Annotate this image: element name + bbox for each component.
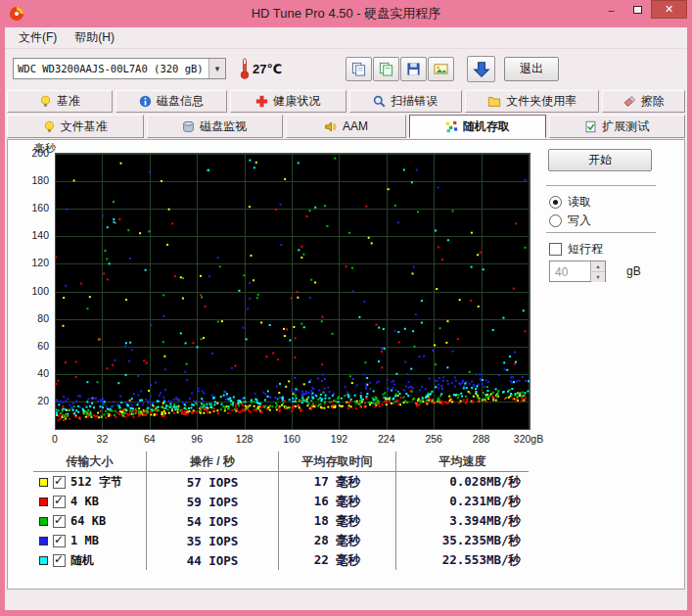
- transfer-size-label: 512 字节: [70, 474, 122, 491]
- save-button[interactable]: [400, 57, 427, 81]
- x-tick-label: 96: [191, 433, 203, 445]
- short-stroke-checkbox[interactable]: ✓: [549, 243, 562, 256]
- capacity-input[interactable]: 40 ▲ ▼: [549, 261, 606, 282]
- tab-label: 扫描错误: [391, 93, 438, 110]
- red-cross-icon: [255, 95, 268, 108]
- y-tick-label: 180: [31, 174, 49, 186]
- y-axis-ticks: 20018016014012010080604020: [8, 153, 52, 428]
- tab-row-1: 基准 磁盘信息 健康状况 扫描错误 文件夹使用率 擦除: [7, 90, 685, 113]
- copy-image-button[interactable]: [373, 57, 399, 81]
- series-checkbox[interactable]: ✓: [53, 515, 66, 528]
- maximize-button[interactable]: [624, 0, 651, 19]
- spin-down-button[interactable]: ▼: [591, 272, 605, 282]
- tab-aam[interactable]: AAM: [286, 115, 406, 138]
- tab-file-benchmark[interactable]: 文件基准: [7, 115, 144, 138]
- maximize-icon: [633, 6, 642, 14]
- speaker-icon: [324, 120, 338, 133]
- spinner: ▲ ▼: [590, 261, 605, 281]
- thermometer-icon: [240, 57, 250, 84]
- info-icon: [139, 95, 152, 108]
- y-tick-label: 120: [31, 257, 49, 268]
- iops-value: 54 IOPS: [147, 511, 279, 531]
- tab-row-2: 文件基准 磁盘监视 AAM 随机存取 扩展测试: [7, 115, 685, 138]
- menu-bar: 文件(F) 帮助(H): [5, 27, 687, 49]
- check-icon: ✓: [54, 513, 64, 527]
- y-tick-label: 100: [31, 285, 49, 297]
- folder-icon: [487, 95, 501, 108]
- tab-random-access[interactable]: 随机存取: [409, 115, 546, 138]
- window-title: HD Tune Pro 4.50 - 硬盘实用程序: [0, 0, 692, 27]
- check-icon: ✓: [54, 533, 64, 546]
- tab-erase[interactable]: 擦除: [602, 90, 685, 113]
- y-tick-label: 20: [37, 395, 49, 406]
- speed-value: 0.231MB/秒: [396, 492, 529, 511]
- copy-pages-icon: [351, 62, 366, 76]
- separator: [546, 185, 656, 186]
- x-tick-label: 128: [236, 433, 254, 445]
- menu-file[interactable]: 文件(F): [11, 27, 65, 48]
- write-radio[interactable]: [549, 214, 562, 227]
- toolbar: WDC WD3200AAJS-00L7A0 (320 gB) ▾ 27℃: [5, 49, 687, 90]
- short-stroke-label: 短行程: [568, 241, 603, 258]
- iops-value: 59 IOPS: [147, 492, 279, 511]
- series-checkbox[interactable]: ✓: [53, 496, 66, 508]
- down-arrow-icon: [473, 61, 490, 78]
- series-color-swatch: [39, 498, 48, 506]
- tab-error-scan[interactable]: 扫描错误: [349, 90, 462, 113]
- tab-disk-monitor[interactable]: 磁盘监视: [147, 115, 284, 138]
- column-header-iops: 操作 / 秒: [147, 451, 279, 472]
- tab-health-status[interactable]: 健康状况: [230, 90, 346, 113]
- series-color-swatch: [39, 537, 48, 545]
- floppy-disk-icon: [406, 62, 421, 76]
- read-radio[interactable]: [549, 196, 562, 209]
- exit-button[interactable]: 退出: [504, 57, 559, 81]
- series-color-swatch: [39, 478, 48, 487]
- column-header-transfer-size: 传输大小: [33, 451, 147, 472]
- iops-value: 44 IOPS: [147, 550, 279, 570]
- check-icon: ✓: [54, 552, 64, 566]
- short-stroke-option[interactable]: ✓ 短行程: [549, 241, 603, 258]
- write-option[interactable]: 写入: [549, 213, 591, 229]
- read-option[interactable]: 读取: [549, 194, 591, 211]
- table-row: ✓ 64 KB 54 IOPS 18 毫秒 3.394MB/秒: [33, 511, 529, 531]
- speed-value: 3.394MB/秒: [396, 511, 529, 531]
- start-button[interactable]: 开始: [548, 149, 652, 171]
- tab-folder-usage[interactable]: 文件夹使用率: [465, 90, 600, 113]
- tab-extra-tests[interactable]: 扩展测试: [549, 115, 686, 138]
- x-tick-label: 160: [283, 433, 300, 445]
- speed-value: 35.235MB/秒: [396, 531, 529, 550]
- minimize-button[interactable]: –: [598, 0, 624, 19]
- table-header-row: 传输大小 操作 / 秒 平均存取时间 平均速度: [33, 451, 529, 472]
- tab-disk-info[interactable]: 磁盘信息: [115, 90, 227, 113]
- check-icon: ✓: [54, 494, 64, 507]
- series-checkbox[interactable]: ✓: [53, 554, 66, 567]
- spin-up-button[interactable]: ▲: [591, 261, 605, 272]
- results-table: 传输大小 操作 / 秒 平均存取时间 平均速度 ✓ 512 字节 57 IOPS…: [33, 451, 529, 570]
- access-time-scatter-plot: [55, 153, 531, 430]
- tab-label: 磁盘监视: [200, 118, 247, 135]
- y-tick-label: 200: [31, 147, 49, 159]
- x-tick-label: 32: [97, 433, 109, 445]
- transfer-size-label: 4 KB: [70, 495, 99, 508]
- dropdown-arrow-icon[interactable]: ▾: [208, 59, 225, 78]
- export-button[interactable]: [428, 57, 454, 81]
- write-label: 写入: [568, 213, 591, 229]
- copy-text-button[interactable]: [346, 57, 372, 81]
- tab-label: 文件基准: [61, 118, 108, 135]
- table-row: ✓ 512 字节 57 IOPS 17 毫秒 0.028MB/秒: [33, 472, 529, 492]
- close-button[interactable]: ✕: [651, 0, 687, 19]
- menu-help[interactable]: 帮助(H): [67, 27, 122, 48]
- series-checkbox[interactable]: ✓: [53, 535, 66, 547]
- picture-icon: [434, 62, 448, 76]
- check-icon: ✓: [54, 474, 64, 488]
- eraser-icon: [623, 95, 636, 108]
- access-time-value: 16 毫秒: [279, 492, 396, 511]
- drive-select[interactable]: WDC WD3200AAJS-00L7A0 (320 gB) ▾: [13, 58, 226, 79]
- y-tick-label: 140: [31, 229, 49, 241]
- tab-benchmark[interactable]: 基准: [7, 90, 113, 113]
- series-checkbox[interactable]: ✓: [53, 476, 66, 489]
- separator: [546, 232, 656, 233]
- transfer-size-label: 1 MB: [70, 534, 99, 547]
- tab-label: 扩展测试: [602, 118, 649, 135]
- scroll-down-button[interactable]: [467, 56, 495, 82]
